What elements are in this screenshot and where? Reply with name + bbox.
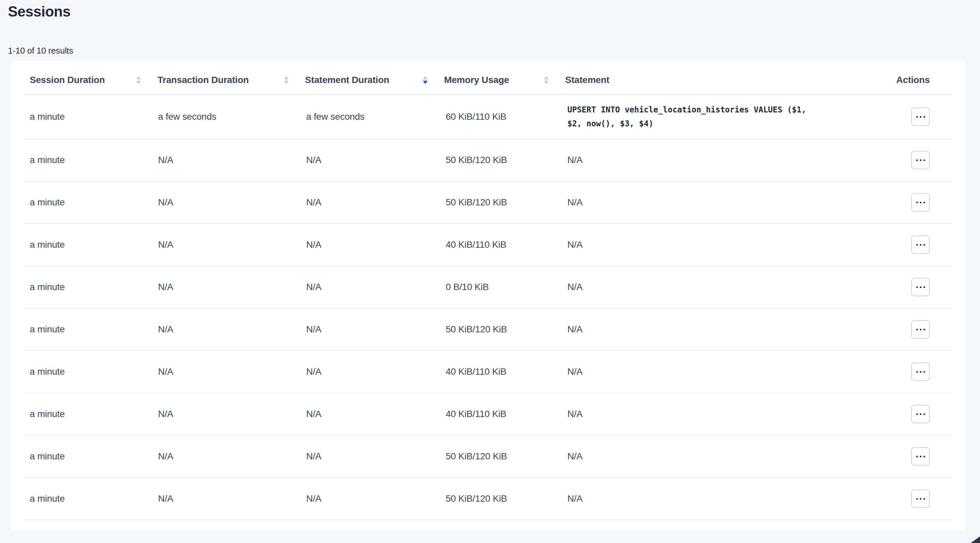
ellipsis-icon [916, 287, 925, 288]
page-title: Sessions [8, 3, 70, 20]
column-header-statement-duration[interactable]: Statement Duration [305, 75, 444, 85]
ellipsis-icon [916, 244, 925, 246]
table-row: a minute N/A N/A 40 KiB/110 KiB N/A [24, 351, 952, 393]
cell-transaction-duration: N/A [158, 443, 306, 470]
cell-memory-usage: 50 KiB/120 KiB [446, 147, 567, 173]
cell-statement: N/A [567, 358, 900, 385]
cell-actions [900, 355, 952, 389]
cell-session-duration: a minute [24, 358, 158, 385]
cell-statement: N/A [567, 486, 900, 512]
row-actions-button[interactable] [911, 489, 930, 508]
table-header-row: Session Duration Transaction Duration St… [24, 61, 952, 95]
cell-statement-duration: N/A [306, 274, 446, 300]
column-header-label: Actions [896, 75, 930, 85]
row-actions-button[interactable] [911, 447, 930, 466]
cell-actions [900, 228, 952, 262]
row-actions-button[interactable] [911, 320, 930, 339]
row-actions-button[interactable] [911, 151, 930, 169]
cell-statement: N/A [567, 443, 900, 470]
ellipsis-icon [916, 371, 925, 373]
column-header-label: Transaction Duration [158, 75, 249, 85]
sort-arrows-icon[interactable] [544, 76, 549, 84]
table-row: a minute N/A N/A 50 KiB/120 KiB N/A [24, 478, 952, 520]
column-header-transaction-duration[interactable]: Transaction Duration [158, 75, 305, 85]
row-actions-button[interactable] [911, 193, 930, 212]
column-header-label: Statement [565, 75, 609, 85]
table-row: a minute N/A N/A 40 KiB/110 KiB N/A [24, 224, 952, 266]
ellipsis-icon [916, 329, 925, 330]
ellipsis-icon [916, 116, 925, 118]
cell-actions [900, 397, 952, 431]
table-row: a minute N/A N/A 50 KiB/120 KiB N/A [24, 139, 952, 182]
cell-statement-duration: N/A [306, 486, 446, 512]
table-row: a minute N/A N/A 0 B/10 KiB N/A [24, 266, 952, 309]
row-actions-button[interactable] [911, 236, 930, 254]
cell-memory-usage: 40 KiB/110 KiB [446, 358, 567, 385]
cell-memory-usage: 50 KiB/120 KiB [446, 443, 567, 470]
row-actions-button[interactable] [911, 362, 930, 381]
cell-statement-duration: N/A [306, 316, 446, 342]
cell-statement-duration: N/A [306, 189, 446, 216]
table-row: a minute N/A N/A 40 KiB/110 KiB N/A [24, 393, 952, 436]
cell-statement-duration: N/A [306, 231, 446, 258]
cell-actions [900, 312, 952, 347]
cell-transaction-duration: N/A [158, 147, 306, 173]
cell-session-duration: a minute [24, 231, 158, 258]
cell-statement: N/A [567, 316, 900, 342]
sort-arrows-icon[interactable] [284, 76, 289, 84]
cell-memory-usage: 40 KiB/110 KiB [446, 231, 567, 258]
cell-session-duration: a minute [24, 401, 158, 427]
column-header-label: Memory Usage [444, 75, 509, 85]
cell-session-duration: a minute [24, 104, 158, 130]
row-actions-button[interactable] [911, 405, 930, 423]
cell-memory-usage: 40 KiB/110 KiB [446, 401, 567, 427]
cell-session-duration: a minute [24, 189, 158, 216]
cell-transaction-duration: N/A [158, 358, 306, 385]
table-row: a minute N/A N/A 50 KiB/120 KiB N/A [24, 436, 952, 478]
ellipsis-icon [916, 202, 925, 203]
cell-transaction-duration: N/A [158, 401, 306, 427]
cell-statement-duration: N/A [306, 147, 446, 173]
sort-arrows-icon[interactable] [136, 76, 141, 84]
cell-transaction-duration: N/A [158, 231, 306, 258]
cell-actions [900, 270, 952, 304]
cell-actions [900, 481, 952, 516]
column-header-statement: Statement [565, 75, 896, 85]
cell-statement-duration: N/A [306, 401, 446, 427]
cell-statement: N/A [567, 274, 900, 300]
cell-transaction-duration: a few seconds [158, 104, 306, 130]
cell-statement: N/A [567, 401, 900, 427]
cell-transaction-duration: N/A [158, 189, 306, 216]
cell-actions [900, 439, 952, 473]
ellipsis-icon [916, 159, 925, 161]
cell-session-duration: a minute [24, 316, 158, 342]
row-actions-button[interactable] [911, 278, 930, 296]
cell-memory-usage: 50 KiB/120 KiB [446, 486, 567, 512]
table-row: a minute a few seconds a few seconds 60 … [24, 95, 952, 139]
sort-arrows-icon[interactable] [423, 76, 428, 84]
cell-statement: UPSERT INTO vehicle_location_histories V… [567, 95, 819, 139]
results-count: 1-10 of 10 results [8, 46, 73, 56]
column-header-memory-usage[interactable]: Memory Usage [444, 75, 565, 85]
cell-statement: N/A [567, 189, 900, 216]
cell-transaction-duration: N/A [158, 486, 306, 512]
ellipsis-icon [916, 498, 925, 500]
corner-resize-mark [971, 537, 980, 543]
cell-memory-usage: 50 KiB/120 KiB [446, 189, 567, 216]
cell-session-duration: a minute [24, 443, 158, 470]
cell-session-duration: a minute [24, 486, 158, 512]
row-actions-button[interactable] [911, 107, 930, 126]
cell-transaction-duration: N/A [158, 274, 306, 300]
table-row: a minute N/A N/A 50 KiB/120 KiB N/A [24, 309, 952, 351]
cell-actions [819, 100, 952, 134]
table-row: a minute N/A N/A 50 KiB/120 KiB N/A [24, 182, 952, 224]
cell-memory-usage: 60 KiB/110 KiB [446, 104, 567, 130]
sessions-table-card: Session Duration Transaction Duration St… [11, 61, 966, 530]
cell-memory-usage: 0 B/10 KiB [446, 274, 567, 300]
cell-session-duration: a minute [24, 147, 158, 173]
column-header-label: Session Duration [30, 75, 105, 85]
cell-statement: N/A [567, 231, 900, 258]
column-header-label: Statement Duration [305, 75, 390, 85]
column-header-session-duration[interactable]: Session Duration [24, 75, 158, 85]
cell-statement-duration: N/A [306, 358, 446, 385]
